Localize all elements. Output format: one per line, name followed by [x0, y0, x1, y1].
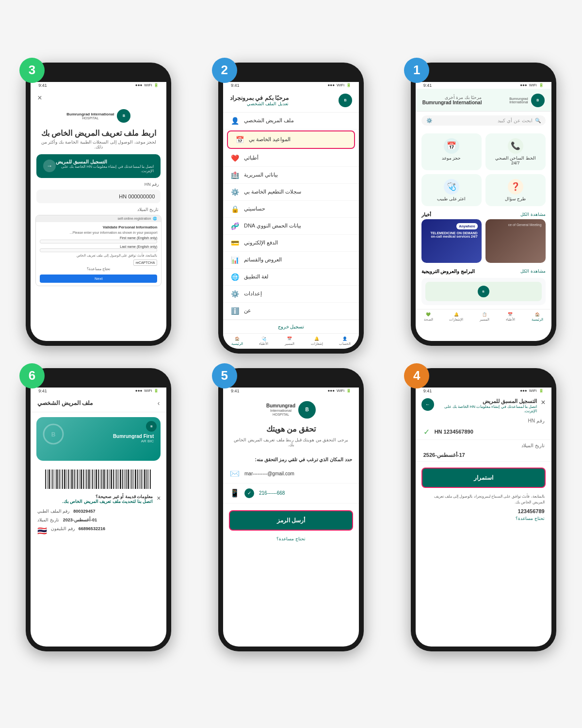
continue-btn-4[interactable]: استمرار	[421, 468, 546, 488]
close-icon-3[interactable]: ×	[37, 94, 42, 102]
s1-greeting-wrap: مرحبًا بك مرة أخرى Bumrungrad Internatio…	[422, 95, 482, 105]
time-4: 9:41	[423, 388, 432, 393]
s1-cards-grid: 📞 الخط الساخن الصحي 24/7 📅 حجز موعد ❓ طر…	[416, 129, 551, 210]
search-bar-1[interactable]: 🔍 ابحث عن أي كبيد ⚙️	[421, 115, 546, 126]
notch-6	[79, 376, 118, 384]
web-firstname-input[interactable]	[40, 240, 157, 243]
web-lastname-input[interactable]	[40, 248, 157, 252]
nav-cal-1[interactable]: 📅 الأطباء	[506, 312, 515, 322]
notif-label-2: إشعارات	[311, 342, 323, 346]
wifi-5: WiFi	[337, 388, 344, 393]
news-sub-1: ce of General Meeting	[489, 223, 542, 226]
url-text-3: self-online-registration	[117, 217, 151, 221]
signal-1: ●●●	[520, 83, 527, 87]
nav-notif-2[interactable]: 🔔 إشعارات	[311, 337, 323, 346]
close-icon-4[interactable]: ×	[541, 398, 545, 407]
news-card-1[interactable]: ce of General Meeting	[485, 219, 546, 263]
svg-rect-53	[141, 469, 142, 489]
s3-title: اربط ملف تعريف المريض الخاص بك	[31, 125, 166, 140]
chevron-right-icon-6[interactable]: ›	[158, 399, 160, 407]
card-hotline[interactable]: 📞 الخط الساخن الصحي 24/7	[485, 133, 546, 170]
hn-input-3[interactable]: 000000000 HN	[36, 190, 161, 203]
dob-row-6: 01-أغسطس-2023 تاريخ الميلاد	[31, 516, 166, 524]
screen-6: › ملف المريض الشخصي B B	[31, 394, 166, 647]
menu-label-doctors: أطبائي	[244, 155, 259, 161]
error-close-icon[interactable]: ×	[157, 494, 161, 502]
menu-item-about[interactable]: عن ℹ️	[223, 303, 359, 320]
medical-id-row: 800329457 رقم الملف الطبي	[31, 507, 166, 516]
step-1-container: 1 9:41 ●●● WiFi 🔋 B	[394, 63, 572, 354]
nav-account-2[interactable]: 👤 الحساب	[339, 337, 351, 346]
membership-card: B B Bumrungrad First AR BIC	[36, 417, 161, 461]
notif-icon-2: 🔔	[314, 337, 319, 341]
nav-bell-1[interactable]: 🔔 الإشعارات	[449, 312, 463, 322]
svg-rect-36	[109, 469, 110, 489]
svg-rect-8	[56, 469, 58, 489]
menu-item-dna[interactable]: بيانات الحمض النووي DNA 🧬	[223, 218, 359, 235]
help-text-5[interactable]: تحتاج مساعدة؟	[223, 534, 359, 544]
phone-row-6: 66896532216 رقم التليفون 🇹🇭	[31, 524, 166, 537]
step-5-container: 5 9:41 ●●● WiFi 🔋 B	[202, 368, 380, 651]
offers-icon: 📊	[231, 256, 239, 264]
filter-icon-1: ⚙️	[426, 118, 432, 123]
card-doctor[interactable]: 🩺 اعثر على طبيب	[421, 174, 482, 206]
step-6-container: 6 9:41 ●●● WiFi 🔋 › مل	[10, 368, 188, 651]
notch-bar-6	[31, 373, 166, 387]
card-appointment[interactable]: 📅 حجز موعد	[421, 133, 482, 170]
menu-item-profile[interactable]: ملف المريض الشخصي 👤	[223, 113, 359, 129]
step-2-phone: 9:41 ●●● WiFi 🔋 B مرحبًا بكم في بم	[218, 63, 364, 354]
news-card-2[interactable]: Anywhere TELEMEDICINE ON DEMAND on-call …	[421, 219, 482, 263]
phone-value-6: 66896532216	[79, 526, 105, 535]
menu-item-appointments[interactable]: المواعيد الخاصة بي 📅	[227, 130, 355, 149]
doctors-icon: ❤️	[231, 154, 239, 162]
news-more-1[interactable]: مشاهدة الكل	[520, 212, 546, 217]
promo-title-1: البرامج والعروض الترويجية	[421, 269, 475, 274]
menu-item-vaccine[interactable]: سجلات التطعيم الخاصة بي ⚙️	[223, 184, 359, 201]
s4-back-text-wrap: التسجيل المسبق للمريض اتصل بنا لمساعدتك …	[434, 398, 541, 413]
nav-home-1[interactable]: 🏠 الرئيسية	[532, 312, 543, 322]
card-ask[interactable]: ❓ طرح سؤال	[485, 174, 546, 206]
logo-text-3: Bumrungrad International HOSPITAL	[66, 112, 114, 120]
menu-item-allergy[interactable]: حساسيتي 🔒	[223, 201, 359, 218]
captcha-box[interactable]: reCAPTCHA	[133, 259, 158, 266]
menu-item-clinical[interactable]: بياناتي السريرية 🏥	[223, 167, 359, 184]
doctors-nav-label-2: الأطباء	[259, 342, 268, 346]
help-text-4[interactable]: تحتاج مساعدة؟	[416, 514, 551, 523]
error-link-6[interactable]: اتصل بنا لتحديث ملف تعريف المريض الخاص ب…	[36, 499, 153, 504]
svg-rect-16	[71, 469, 73, 489]
step-2-container: 2 9:41 ●●● WiFi 🔋 B	[202, 63, 380, 354]
logout-btn[interactable]: تسجيل خروج	[223, 320, 359, 333]
nav-calendar-2[interactable]: 📅 المسير	[285, 337, 294, 346]
register-btn-3[interactable]: التسجيل المسبق للمريض اتصل بنا لمساعدتك …	[36, 154, 161, 178]
nav-home-2[interactable]: 🏠 الرئيسية	[231, 337, 243, 346]
menu-item-language[interactable]: لغة التطبيق 🌐	[223, 269, 359, 286]
nav-sched-1[interactable]: 📋 المسير	[480, 312, 489, 322]
svg-rect-15	[70, 469, 70, 489]
svg-rect-34	[106, 469, 106, 489]
menu-item-settings[interactable]: إعدادات ⚙️	[223, 286, 359, 303]
menu-item-doctors[interactable]: أطبائي ❤️	[223, 150, 359, 167]
send-btn-5[interactable]: أرسل الرمز	[229, 510, 353, 531]
s1-header: B Bumrungrad International مرحبًا بك مرة…	[416, 89, 551, 112]
nav-doctors-2[interactable]: 🩺 الأطباء	[259, 337, 268, 346]
menu-item-payment[interactable]: الدفع الإلكتروني 💳	[223, 235, 359, 252]
promo-more-1[interactable]: مشاهدة الكل	[520, 269, 546, 274]
account-icon-2: 👤	[342, 337, 347, 341]
health-nav-icon-1: 💚	[426, 312, 431, 317]
svg-rect-35	[107, 469, 108, 489]
svg-rect-11	[62, 469, 63, 489]
step-5-phone: 9:41 ●●● WiFi 🔋 B Bumrungrad	[218, 368, 364, 651]
s6-header: › ملف المريض الشخصي	[31, 394, 166, 412]
nav-health-1[interactable]: 💚 الصحة	[424, 312, 433, 322]
s4-back-arrow[interactable]: ←	[421, 398, 434, 411]
svg-rect-56	[146, 469, 147, 489]
phone-option[interactable]: 668------216 ✓ 📱	[223, 484, 359, 503]
svg-rect-45	[126, 469, 127, 489]
next-btn-3[interactable]: Next	[40, 275, 157, 283]
svg-rect-14	[68, 469, 69, 489]
menu-label-vaccine: سجلات التطعيم الخاصة بي	[244, 189, 301, 195]
menu-item-offers[interactable]: العروض والقسائم 📊	[223, 252, 359, 269]
vaccine-icon: ⚙️	[231, 188, 239, 196]
email-option[interactable]: mar---------@gmail.com ✉️	[223, 464, 359, 484]
s5-section-title: حدد المكان الذي ترغب في تلقي رمز التحقق …	[223, 453, 359, 464]
